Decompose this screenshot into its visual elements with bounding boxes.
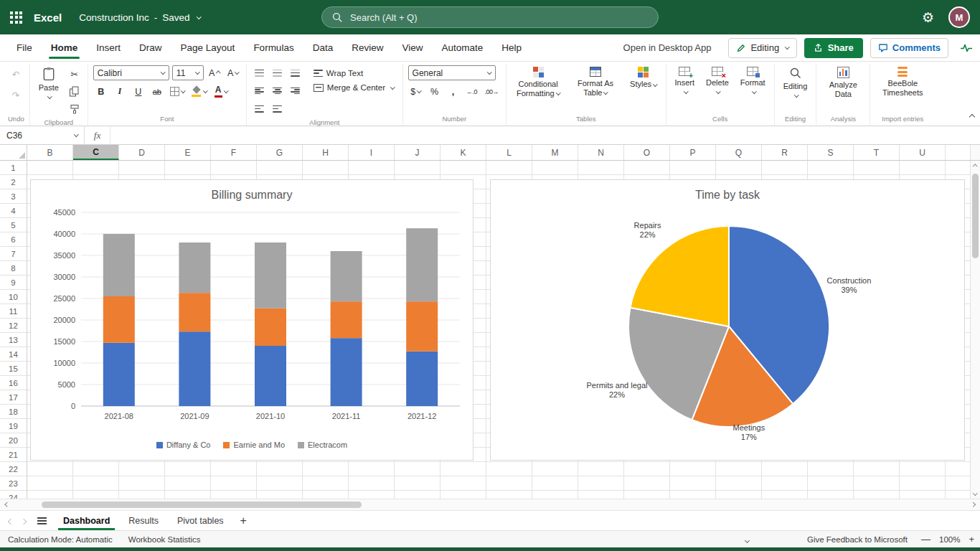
row-header-16[interactable]: 16 (0, 376, 27, 390)
settings-gear-icon[interactable]: ⚙ (922, 11, 934, 24)
comma-format-button[interactable]: , (446, 84, 461, 99)
align-left-button[interactable] (252, 83, 268, 98)
row-header-2[interactable]: 2 (0, 175, 27, 189)
editing-menu-button[interactable]: Editing (780, 65, 811, 99)
comments-button[interactable]: Comments (870, 38, 948, 58)
row-header-3[interactable]: 3 (0, 189, 27, 204)
row-header-15[interactable]: 15 (0, 362, 27, 376)
cut-button[interactable]: ✂ (67, 67, 83, 82)
column-header-R[interactable]: R (762, 145, 808, 160)
menu-tab-view[interactable]: View (392, 34, 432, 61)
sheet-nav-left-button[interactable] (4, 515, 17, 526)
search-bar[interactable]: Search (Alt + Q) (321, 6, 659, 28)
scroll-down-icon[interactable] (971, 487, 980, 499)
insert-cells-button[interactable]: Insert (672, 65, 699, 95)
decrease-decimal-button[interactable]: .00→ (483, 84, 501, 99)
account-avatar[interactable]: M (948, 6, 970, 28)
column-header-T[interactable]: T (854, 145, 900, 160)
calculation-mode-status[interactable]: Calculation Mode: Automatic (0, 535, 121, 544)
row-header-13[interactable]: 13 (0, 333, 27, 347)
undo-button[interactable]: ↶ (8, 67, 24, 82)
vertical-scroll-thumb[interactable] (972, 174, 979, 258)
align-center-button[interactable] (270, 83, 286, 98)
italic-button[interactable]: I (112, 84, 128, 99)
app-launcher-icon[interactable] (10, 11, 22, 24)
column-header-F[interactable]: F (211, 145, 257, 160)
doc-title-group[interactable]: Construction Inc - Saved (79, 12, 200, 23)
format-cells-button[interactable]: Format (737, 65, 769, 95)
row-header-8[interactable]: 8 (0, 261, 27, 276)
conditional-formatting-button[interactable]: Conditional Formatting (512, 65, 565, 99)
decrease-indent-button[interactable] (252, 101, 268, 116)
format-painter-button[interactable] (67, 101, 83, 116)
row-header-21[interactable]: 21 (0, 448, 27, 462)
scroll-right-icon[interactable] (966, 499, 980, 510)
column-header-P[interactable]: P (670, 145, 716, 160)
font-family-select[interactable]: Calibri (93, 65, 169, 80)
top-align-button[interactable] (252, 65, 268, 80)
bottom-align-button[interactable] (288, 65, 303, 80)
row-header-19[interactable]: 19 (0, 419, 27, 433)
row-header-18[interactable]: 18 (0, 405, 27, 419)
menu-tab-review[interactable]: Review (342, 34, 392, 61)
add-sheet-button[interactable]: + (233, 514, 254, 527)
sheet-tab-pivot-tables[interactable]: Pivot tables (168, 511, 233, 530)
column-header-S[interactable]: S (808, 145, 854, 160)
row-header-4[interactable]: 4 (0, 204, 27, 218)
column-header-N[interactable]: N (578, 145, 624, 160)
middle-align-button[interactable] (270, 65, 286, 80)
menu-tab-insert[interactable]: Insert (87, 34, 130, 61)
menu-tab-formulas[interactable]: Formulas (244, 34, 303, 61)
delete-cells-button[interactable]: Delete (702, 65, 732, 95)
select-all-corner[interactable] (0, 145, 27, 160)
collapse-ribbon-button[interactable] (967, 109, 974, 120)
horizontal-scroll-thumb[interactable] (42, 501, 362, 508)
activity-icon[interactable] (960, 42, 973, 54)
row-header-12[interactable]: 12 (0, 319, 27, 333)
format-as-table-button[interactable]: Format As Table (569, 65, 622, 98)
workbook-statistics-button[interactable]: Workbook Statistics (121, 535, 209, 544)
row-header-9[interactable]: 9 (0, 276, 27, 290)
strikethrough-button[interactable]: ab (149, 84, 165, 99)
grid-cells[interactable]: Billing summary 050001000015000200002500… (27, 161, 970, 499)
beebole-timesheets-button[interactable]: BeeBole Timesheets (875, 65, 930, 98)
menu-tab-data[interactable]: Data (303, 34, 343, 61)
column-header-U[interactable]: U (900, 145, 946, 160)
merge-center-button[interactable]: Merge & Center (311, 82, 397, 93)
column-header-J[interactable]: J (395, 145, 440, 160)
copy-button[interactable] (67, 84, 83, 99)
column-header-M[interactable]: M (532, 145, 578, 160)
scroll-left-icon[interactable] (0, 499, 14, 510)
scroll-up-icon[interactable] (971, 161, 980, 172)
open-in-desktop-button[interactable]: Open in Desktop App (623, 42, 712, 53)
row-header-14[interactable]: 14 (0, 347, 27, 362)
menu-tab-page-layout[interactable]: Page Layout (171, 34, 245, 61)
vertical-scrollbar[interactable] (970, 161, 980, 499)
increase-indent-button[interactable] (270, 101, 286, 116)
row-header-23[interactable]: 23 (0, 476, 27, 491)
row-header-1[interactable]: 1 (0, 161, 27, 175)
currency-format-button[interactable]: $ (408, 84, 424, 99)
cell-styles-button[interactable]: Styles (626, 65, 660, 90)
zoom-level[interactable]: 100% (936, 535, 963, 544)
sheet-nav-right-button[interactable] (17, 515, 30, 526)
increase-decimal-button[interactable]: ←.0 (464, 84, 480, 99)
column-header-D[interactable]: D (119, 145, 165, 160)
menu-tab-draw[interactable]: Draw (130, 34, 171, 61)
column-header-H[interactable]: H (303, 145, 349, 160)
sheet-tab-dashboard[interactable]: Dashboard (54, 511, 119, 530)
all-sheets-menu-button[interactable] (30, 511, 54, 530)
editing-mode-button[interactable]: Editing (728, 38, 796, 58)
column-header-O[interactable]: O (624, 145, 670, 160)
font-color-button[interactable]: A (212, 84, 230, 99)
shrink-font-button[interactable]: A (225, 65, 241, 80)
wrap-text-button[interactable]: Wrap Text (311, 67, 397, 79)
menu-tab-automate[interactable]: Automate (432, 34, 492, 61)
percent-format-button[interactable]: % (427, 84, 443, 99)
row-header-11[interactable]: 11 (0, 304, 27, 319)
underline-button[interactable]: U (131, 84, 146, 99)
number-format-select[interactable]: General (408, 65, 496, 80)
row-header-22[interactable]: 22 (0, 462, 27, 476)
feedback-link[interactable]: Give Feedback to Microsoft (799, 535, 915, 544)
grow-font-button[interactable]: A (207, 65, 222, 80)
